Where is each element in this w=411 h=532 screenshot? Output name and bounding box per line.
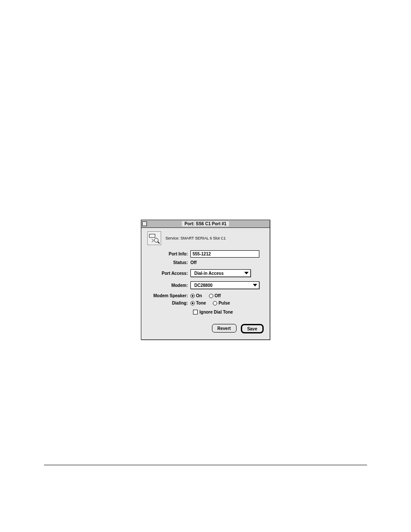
save-button[interactable]: Save xyxy=(241,324,264,333)
speaker-off-label: Off xyxy=(215,293,221,298)
status-label: Status: xyxy=(147,260,190,265)
ignore-dial-tone-label: Ignore Dial Tone xyxy=(199,310,233,314)
window-title-bar[interactable]: Port: SS6 C1 Port #1 xyxy=(141,220,270,228)
window-title: Port: SS6 C1 Port #1 xyxy=(182,221,229,226)
dialing-pulse-radio[interactable]: Pulse xyxy=(213,301,230,305)
speaker-on-radio[interactable]: On xyxy=(190,293,202,298)
page-footer-rule xyxy=(44,465,367,465)
service-label: Service: xyxy=(165,236,180,240)
speaker-radio-group: On Off xyxy=(190,293,221,298)
modem-label: Modem: xyxy=(147,283,190,288)
service-header: Service: SMART SERIAL 6 Slot C1 xyxy=(147,231,264,250)
row-modem-speaker: Modem Speaker: On Off xyxy=(147,293,264,298)
button-row: Revert Save xyxy=(147,324,264,333)
modem-dropdown[interactable]: DC28800 xyxy=(190,281,259,289)
row-port-access: Port Access: Dial-in Access xyxy=(147,269,264,277)
revert-button[interactable]: Revert xyxy=(212,324,237,333)
port-access-value: Dial-in Access xyxy=(194,271,224,276)
close-box-icon[interactable] xyxy=(142,221,147,226)
ignore-dial-tone-checkbox[interactable]: Ignore Dial Tone xyxy=(193,310,264,314)
row-modem: Modem: DC28800 xyxy=(147,281,264,289)
modem-speaker-label: Modem Speaker: xyxy=(147,293,190,298)
service-text: Service: SMART SERIAL 6 Slot C1 xyxy=(165,236,226,240)
service-value: SMART SERIAL 6 Slot C1 xyxy=(181,236,226,240)
row-port-info: Port Info: xyxy=(147,250,264,258)
port-access-label: Port Access: xyxy=(147,271,190,276)
radio-icon xyxy=(209,294,213,298)
dialing-label: Dialing: xyxy=(147,301,190,305)
port-access-dropdown[interactable]: Dial-in Access xyxy=(190,269,251,277)
dialing-radio-group: Tone Pulse xyxy=(190,301,230,305)
dialing-pulse-label: Pulse xyxy=(218,301,230,305)
chevron-down-icon xyxy=(253,284,257,286)
speaker-off-radio[interactable]: Off xyxy=(209,293,221,298)
radio-icon xyxy=(213,301,217,305)
row-dialing: Dialing: Tone Pulse xyxy=(147,301,264,305)
radio-icon xyxy=(190,301,195,305)
service-icon xyxy=(147,231,161,245)
port-info-label: Port Info: xyxy=(147,252,190,256)
dialing-tone-label: Tone xyxy=(196,301,206,305)
svg-rect-1 xyxy=(149,234,155,238)
modem-value: DC28800 xyxy=(194,283,212,288)
radio-icon xyxy=(190,294,195,298)
checkbox-icon xyxy=(193,310,198,314)
chevron-down-icon xyxy=(244,272,249,274)
status-value: Off xyxy=(190,260,196,265)
port-info-input[interactable] xyxy=(190,250,259,258)
dialing-tone-radio[interactable]: Tone xyxy=(190,301,206,305)
port-settings-window: Port: SS6 C1 Port #1 Service: SMART SERI… xyxy=(141,220,270,340)
speaker-on-label: On xyxy=(196,293,202,298)
window-content: Service: SMART SERIAL 6 Slot C1 Port Inf… xyxy=(141,228,270,339)
row-status: Status: Off xyxy=(147,260,264,265)
